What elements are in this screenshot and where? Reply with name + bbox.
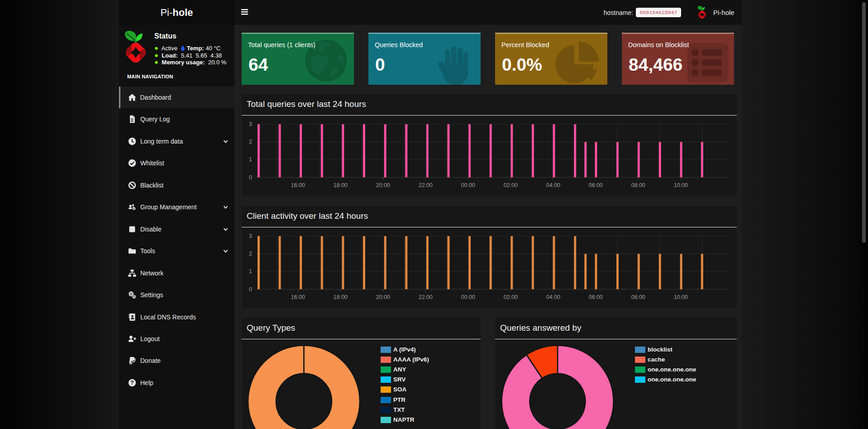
svg-text:22:00: 22:00 xyxy=(419,182,433,188)
svg-text:10:00: 10:00 xyxy=(674,182,688,188)
svg-text:08:00: 08:00 xyxy=(631,182,645,188)
svg-text:22:00: 22:00 xyxy=(419,294,433,300)
svg-text:20:00: 20:00 xyxy=(376,182,390,188)
svg-text:0: 0 xyxy=(249,286,252,293)
svg-text:10:00: 10:00 xyxy=(674,294,688,300)
svg-text:04:00: 04:00 xyxy=(546,294,560,300)
svg-text:18:00: 18:00 xyxy=(334,294,348,300)
svg-text:1: 1 xyxy=(249,268,252,275)
svg-text:02:00: 02:00 xyxy=(504,294,518,300)
svg-text:02:00: 02:00 xyxy=(504,182,518,188)
svg-text:00:00: 00:00 xyxy=(461,294,475,300)
svg-text:16:00: 16:00 xyxy=(291,182,305,188)
svg-text:06:00: 06:00 xyxy=(589,294,603,300)
svg-text:20:00: 20:00 xyxy=(376,294,390,300)
svg-text:00:00: 00:00 xyxy=(461,182,475,188)
svg-text:18:00: 18:00 xyxy=(334,182,348,188)
svg-text:08:00: 08:00 xyxy=(631,294,645,300)
svg-text:?: ? xyxy=(130,380,134,386)
svg-text:06:00: 06:00 xyxy=(589,182,603,188)
svg-text:16:00: 16:00 xyxy=(291,294,305,300)
svg-text:3: 3 xyxy=(249,121,252,127)
svg-text:2: 2 xyxy=(249,251,252,257)
svg-text:0: 0 xyxy=(249,174,252,181)
svg-text:3: 3 xyxy=(249,233,252,239)
svg-text:1: 1 xyxy=(249,156,252,163)
svg-text:04:00: 04:00 xyxy=(546,182,560,188)
svg-text:2: 2 xyxy=(249,139,252,145)
